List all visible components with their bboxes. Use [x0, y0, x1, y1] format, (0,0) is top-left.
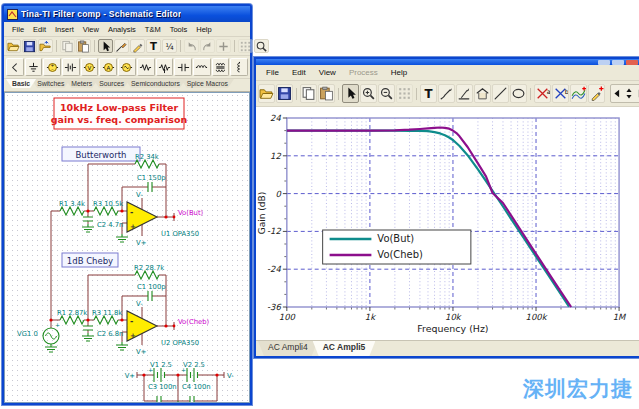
- grid-icon: [397, 86, 412, 101]
- resistor-r3-but: [94, 207, 118, 215]
- probe-a-button[interactable]: [438, 84, 455, 103]
- menu-help[interactable]: Help: [192, 24, 215, 35]
- axis-button[interactable]: [474, 84, 491, 103]
- meter-v-icon: V: [83, 61, 96, 74]
- minimize-button[interactable]: [598, 60, 610, 65]
- schematic-editor-window: Tina-TI Filter comp - Schematic Editor F…: [2, 4, 252, 405]
- opamp-u2[interactable]: - +: [127, 307, 157, 345]
- annotation-box[interactable]: 10kHz Low-pass Filter gain vs. freq. com…: [51, 98, 188, 129]
- tab-basic[interactable]: Basic: [6, 79, 36, 88]
- tab-meters[interactable]: Meters: [65, 79, 98, 88]
- folder-open-button[interactable]: [258, 84, 275, 103]
- cursor-b-button[interactable]: b: [552, 84, 569, 103]
- text-button[interactable]: T: [146, 39, 161, 53]
- meter-g-button[interactable]: [118, 58, 136, 76]
- butterworth-label[interactable]: Butterworth: [62, 147, 140, 161]
- nav-left-button[interactable]: [611, 86, 623, 101]
- annotation-line1: 10kHz Low-pass Filter: [60, 102, 178, 113]
- folder-open-button[interactable]: [6, 39, 21, 53]
- ground: [45, 344, 57, 352]
- coil-button[interactable]: [230, 58, 248, 76]
- battery-button[interactable]: [62, 58, 80, 76]
- floppy-button[interactable]: [276, 84, 293, 103]
- menu-help[interactable]: Help: [385, 67, 413, 78]
- tab-semiconductors[interactable]: Semiconductors: [125, 79, 186, 88]
- label-vo-cheb: Vo(Cheb): [178, 318, 209, 326]
- floppy-icon: [277, 86, 292, 101]
- ground-button[interactable]: [25, 58, 43, 76]
- label-r2-but: R2 34k: [135, 153, 159, 161]
- cursor-button[interactable]: [98, 39, 113, 53]
- capacitor-icon: [177, 61, 190, 74]
- svg-text:1dB Cheby: 1dB Cheby: [67, 256, 113, 266]
- zoom-in-button[interactable]: [360, 84, 377, 103]
- plot-titlebar[interactable]: [256, 59, 639, 65]
- transformer-button[interactable]: [212, 58, 230, 76]
- toolbar-separator: [416, 88, 417, 100]
- schematic-titlebar[interactable]: Tina-TI Filter comp - Schematic Editor: [4, 6, 250, 22]
- menu-view[interactable]: View: [313, 67, 342, 78]
- capacitor-c2-cheb: [83, 326, 93, 330]
- menu-file[interactable]: File: [260, 67, 285, 78]
- copy-button[interactable]: [300, 84, 317, 103]
- pen-add-button[interactable]: [588, 84, 605, 103]
- tab-sources[interactable]: Sources: [93, 79, 130, 88]
- ground-icon: [27, 61, 40, 74]
- line-button[interactable]: [492, 84, 509, 103]
- nav-spin-button[interactable]: [623, 86, 635, 101]
- measure-button[interactable]: ¼: [162, 39, 177, 53]
- folder-export-button[interactable]: [38, 39, 53, 53]
- nav-right-button[interactable]: [635, 86, 639, 101]
- vsource-icon: +–: [46, 61, 59, 74]
- maximize-button[interactable]: [612, 60, 624, 65]
- inductor-button[interactable]: [193, 58, 211, 76]
- tab-spice-macros[interactable]: Spice Macros: [181, 79, 234, 88]
- label-r3-but: R3 10.5k: [93, 200, 123, 208]
- zoom-out-button[interactable]: [378, 84, 395, 103]
- menu-insert[interactable]: Insert: [51, 24, 78, 35]
- meter-v-button[interactable]: V: [81, 58, 99, 76]
- tab-ac-ampli4[interactable]: AC Ampli4: [258, 341, 318, 356]
- plot-area[interactable]: 24120-12-24-361001k10k100k1MGain (dB)Fre…: [256, 107, 639, 340]
- menu-tools[interactable]: Tools: [166, 24, 192, 35]
- cheby-label[interactable]: 1dB Cheby: [62, 253, 118, 267]
- scroll-left-button[interactable]: [6, 58, 24, 76]
- cursor-a-button[interactable]: a: [534, 84, 551, 103]
- resistor-button[interactable]: [137, 58, 155, 76]
- opamp-u1[interactable]: - +: [127, 198, 157, 236]
- paste-button[interactable]: [76, 39, 91, 53]
- menu-edit[interactable]: Edit: [29, 24, 50, 35]
- menu-t-m[interactable]: T&M: [141, 24, 165, 35]
- components[interactable]: [43, 160, 198, 403]
- schematic-canvas[interactable]: 10kHz Low-pass Filter gain vs. freq. com…: [4, 92, 250, 403]
- meter-i-button[interactable]: A: [99, 58, 117, 76]
- floppy-button[interactable]: [22, 39, 37, 53]
- pen-button[interactable]: [130, 39, 145, 53]
- undo-icon: [185, 40, 198, 53]
- window-title: Tina-TI Filter comp - Schematic Editor: [21, 9, 181, 19]
- paste-button[interactable]: [318, 84, 335, 103]
- menu-analysis[interactable]: Analysis: [104, 24, 140, 35]
- tab-ac-ampli5[interactable]: AC Ampli5: [313, 341, 376, 356]
- svg-text:-24: -24: [267, 264, 281, 274]
- nav-left-icon: [611, 87, 623, 100]
- close-button[interactable]: [626, 60, 638, 65]
- curves-add-button[interactable]: [570, 84, 587, 103]
- menu-process: Process: [343, 67, 384, 78]
- text-button[interactable]: T: [420, 84, 437, 103]
- menu-file[interactable]: File: [8, 24, 28, 35]
- menu-view[interactable]: View: [79, 24, 103, 35]
- ellipse-button[interactable]: [510, 84, 527, 103]
- label-vplus-u1: V+: [136, 239, 146, 247]
- vsource-button[interactable]: +–: [43, 58, 61, 76]
- tab-switches[interactable]: Switches: [31, 79, 70, 88]
- capacitor-button[interactable]: [174, 58, 192, 76]
- menu-edit[interactable]: Edit: [286, 67, 312, 78]
- probe-b-button[interactable]: [456, 84, 473, 103]
- zoom-button[interactable]: [254, 39, 269, 53]
- pot-button[interactable]: [156, 58, 174, 76]
- cursor-button[interactable]: [342, 84, 359, 103]
- pot-icon: [158, 61, 171, 74]
- wire-button[interactable]: [114, 39, 129, 53]
- label-c3: C3 100n: [148, 383, 177, 391]
